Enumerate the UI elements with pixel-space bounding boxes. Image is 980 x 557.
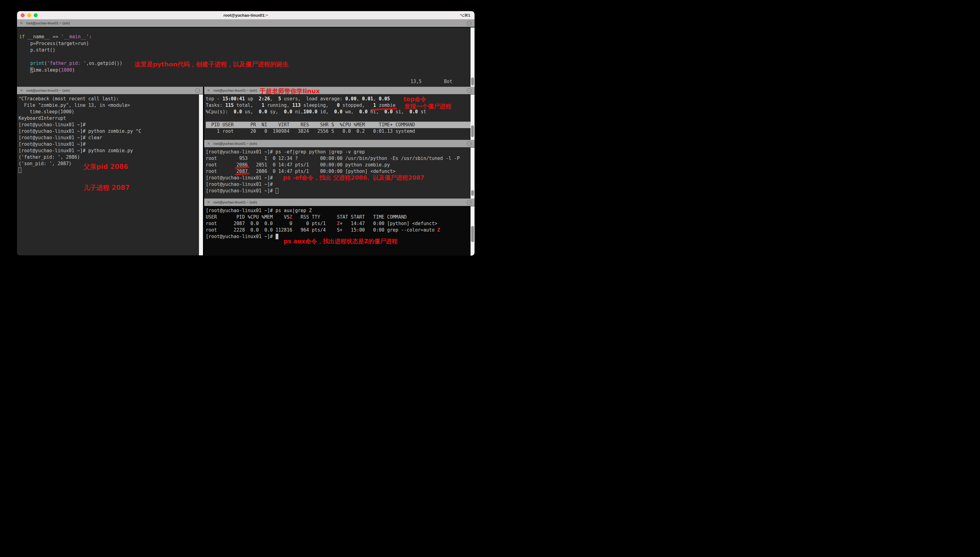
- terminal-line: [root@yuchao-linux01 ~]# clear: [18, 135, 203, 141]
- terminal-line: File "zombie.py", line 13, in <module>: [18, 102, 203, 109]
- annotation-psaux: ps aux命令，找出进程状态是Z的僵尸进程: [284, 238, 398, 246]
- terminal-line: [root@yuchao-linux01 ~]# ps aux|grep Z: [206, 207, 475, 214]
- tab-close-icon[interactable]: ✕: [20, 20, 23, 27]
- left-shell-pane: ^CTraceback (most recent call last): Fil…: [17, 94, 203, 255]
- psaux-pane: [root@yuchao-linux01 ~]# ps aux|grep ZUS…: [204, 206, 475, 256]
- terminal-line: if __name__ == '__main__':: [19, 34, 475, 41]
- more-options-icon[interactable]: ⋯: [467, 200, 472, 205]
- more-options-icon[interactable]: ⋯: [467, 21, 472, 26]
- tab-psef-pane[interactable]: ✕ root@yuchao-linux01:~ (ssh) ⋯: [204, 140, 475, 148]
- terminal-line: [root@yuchao-linux01 ~]# python zombie.p…: [18, 128, 203, 135]
- tab-top-shell-pane[interactable]: ✕ root@yuchao-linux01:~ (ssh) ⋯ 于超老师带你学l…: [204, 87, 475, 94]
- terminal-line: root 2087 0.0 0.0 0 0 pts/1 Z+ 14:47 0:0…: [206, 220, 475, 227]
- top-command-pane: top - 15:00:41 up 2:26, 5 users, load av…: [204, 94, 475, 140]
- scrollbar-thumb[interactable]: [471, 125, 474, 137]
- more-options-icon[interactable]: ⋯: [195, 88, 200, 93]
- terminal-line: ^CTraceback (most recent call last):: [18, 96, 203, 102]
- terminal-line: root 953 1 0 12:34 ? 00:00:00 /usr/bin/p…: [206, 155, 475, 162]
- terminal-line: [root@yuchao-linux01 ~]#: [206, 188, 475, 194]
- scrollbar[interactable]: [470, 206, 475, 256]
- terminal-line: 1 root 20 0 190984 3824 2556 S 0.0 0.2 0…: [206, 128, 475, 135]
- terminal-window: root@yuchao-linux01:~ ⌥⌘1 ✕ root@yuchao-…: [17, 11, 475, 256]
- annotation-python-code: 这里是python代码，创建子进程，以及僵尸进程的诞生: [134, 60, 289, 68]
- terminal-line: p=Process(target=run): [19, 41, 475, 47]
- tab-close-icon[interactable]: ✕: [20, 87, 23, 94]
- vim-editor-output[interactable]: if __name__ == '__main__': p=Process(tar…: [17, 28, 475, 87]
- terminal-line: [206, 115, 475, 122]
- tab-psaux-pane[interactable]: ✕ root@yuchao-linux01:~ (ssh) ⋯: [204, 199, 475, 206]
- scrollbar[interactable]: [470, 148, 475, 199]
- annotation-son-pid: 儿子进程 2087: [83, 183, 130, 192]
- terminal-line: ('father_pid: ', 2086): [18, 154, 203, 161]
- terminal-line: PID USER PR NI VIRT RES SHR S %CPU %MEM …: [206, 122, 475, 128]
- terminal-line: [root@yuchao-linux01 ~]#: [18, 122, 203, 128]
- tab-vim-pane[interactable]: ✕ root@yuchao-linux01:~ (ssh) ⋯: [17, 20, 475, 27]
- terminal-line: [root@yuchao-linux01 ~]# ps -ef|grep pyt…: [206, 149, 475, 155]
- tab-left-shell-pane[interactable]: ✕ root@yuchao-linux01:~ (ssh) ⋯: [17, 87, 203, 94]
- psef-pane: [root@yuchao-linux01 ~]# ps -ef|grep pyt…: [204, 148, 475, 199]
- vim-ruler: 13,5 Bot: [411, 79, 452, 84]
- terminal-line: [19, 54, 475, 60]
- terminal-line: time.sleep(1000): [18, 109, 203, 115]
- terminal-line: [root@yuchao-linux01 ~]#: [18, 141, 203, 148]
- more-options-icon[interactable]: ⋯: [467, 142, 472, 146]
- window-title: root@yuchao-linux01:~: [17, 11, 475, 20]
- terminal-line: USER PID %CPU %MEM VSZ RSS TTY STAT STAR…: [206, 214, 475, 220]
- psaux-terminal-output[interactable]: [root@yuchao-linux01 ~]# ps aux|grep ZUS…: [204, 206, 475, 256]
- scrollbar-thumb[interactable]: [471, 190, 474, 196]
- tab-close-icon[interactable]: ✕: [207, 140, 210, 148]
- tab-title: root@yuchao-linux01:~ (ssh): [26, 87, 70, 94]
- tab-close-icon[interactable]: ✕: [207, 87, 210, 94]
- top-terminal-output[interactable]: top - 15:00:41 up 2:26, 5 users, load av…: [204, 94, 475, 140]
- window-titlebar[interactable]: root@yuchao-linux01:~ ⌥⌘1: [17, 11, 475, 20]
- scrollbar-thumb[interactable]: [471, 226, 474, 242]
- tab-title: root@yuchao-linux01:~ (ssh): [214, 87, 257, 94]
- tab-title: root@yuchao-linux01:~ (ssh): [26, 20, 70, 27]
- annotation-father-pid: 父亲pid 2086: [83, 163, 128, 171]
- scrollbar[interactable]: [470, 28, 475, 87]
- terminal-line: [root@yuchao-linux01 ~]#: [206, 181, 475, 188]
- terminal-line: [root@yuchao-linux01 ~]# python zombie.p…: [18, 148, 203, 154]
- scrollbar[interactable]: [470, 94, 475, 140]
- terminal-line: top - 15:00:41 up 2:26, 5 users, load av…: [206, 96, 475, 102]
- scrollbar[interactable]: [199, 94, 203, 255]
- annotation-teacher: 于超老师带你学linux: [260, 87, 320, 95]
- vim-editor-pane: if __name__ == '__main__': p=Process(tar…: [17, 28, 475, 87]
- terminal-line: KeyboardInterrupt: [18, 115, 203, 122]
- left-terminal-output[interactable]: ^CTraceback (most recent call last): Fil…: [17, 94, 203, 255]
- annotation-zombie-found: 发现一个僵尸进程: [404, 103, 451, 111]
- terminal-line: p.start(): [19, 47, 475, 54]
- terminal-line: root 2228 0.0 0.0 112816 964 pts/4 S+ 15…: [206, 227, 475, 233]
- scrollbar-thumb[interactable]: [471, 78, 474, 86]
- tab-title: root@yuchao-linux01:~ (ssh): [214, 140, 257, 148]
- keyboard-shortcut-label: ⌥⌘1: [460, 11, 470, 20]
- annotation-psef: ps -ef命令，找出 父进程2086、以及僵尸进程2087: [283, 174, 425, 182]
- more-options-icon[interactable]: ⋯: [467, 88, 472, 93]
- tab-title: root@yuchao-linux01:~ (ssh): [214, 199, 257, 206]
- tab-close-icon[interactable]: ✕: [207, 199, 210, 206]
